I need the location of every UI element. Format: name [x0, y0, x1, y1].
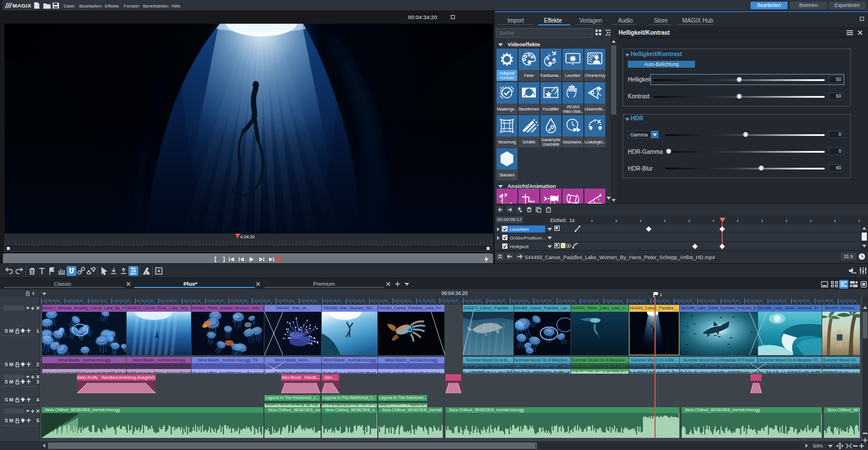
svg-text:00:01:40:00: 00:01:40:00: [512, 299, 528, 303]
svg-text:00:01:05:00: 00:01:05:00: [348, 299, 364, 303]
svg-text:00:00:10:00: 00:00:10:00: [90, 299, 106, 303]
svg-text:00:02:15:00: 00:02:15:00: [676, 299, 692, 303]
svg-text:00:00:50:00: 00:00:50:00: [278, 299, 294, 303]
svg-text:M: M: [9, 379, 13, 385]
svg-text:00:02:40:00: 00:02:40:00: [793, 299, 810, 303]
svg-text:S: S: [5, 328, 8, 334]
svg-text:00:00:45:00: 00:00:45:00: [254, 299, 270, 303]
svg-text:S: S: [5, 418, 8, 423]
svg-text:00:02:30:00: 00:02:30:00: [746, 299, 763, 303]
svg-text:00:02:50:00: 00:02:50:00: [840, 299, 856, 303]
svg-text:00:01:50:00: 00:01:50:00: [559, 299, 575, 303]
svg-text:00:01:55:00: 00:01:55:00: [582, 299, 598, 303]
svg-text:00:01:15:00: 00:01:15:00: [395, 299, 411, 303]
svg-text:00:00:35:00: 00:00:35:00: [207, 299, 223, 303]
svg-text:00:01:20:00: 00:01:20:00: [418, 299, 435, 303]
svg-text:00:00:40:00: 00:00:40:00: [231, 299, 247, 303]
svg-text:M: M: [9, 397, 13, 403]
svg-text:M: M: [9, 362, 13, 367]
svg-text:00:00:20:00: 00:00:20:00: [137, 299, 153, 303]
svg-text:00:01:45:00: 00:01:45:00: [535, 299, 551, 303]
svg-text:00:01:35:00: 00:01:35:00: [488, 299, 505, 303]
svg-text:00:02:05:00: 00:02:05:00: [629, 299, 645, 303]
svg-text:00:00:55:00: 00:00:55:00: [301, 299, 317, 303]
svg-text:S: S: [5, 397, 8, 403]
svg-text:00:02:45:00: 00:02:45:00: [816, 299, 833, 303]
svg-text:2: 2: [36, 362, 39, 367]
svg-text:00:01:10:00: 00:01:10:00: [372, 299, 388, 303]
svg-text:00:02:25:00: 00:02:25:00: [723, 299, 739, 303]
svg-text:00:01:30:00: 00:01:30:00: [465, 299, 481, 303]
svg-text:4:34:20: 4:34:20: [240, 234, 255, 239]
svg-text:00:02:35:00: 00:02:35:00: [770, 299, 786, 303]
svg-text:M: M: [9, 418, 13, 423]
svg-text:1: 1: [660, 292, 663, 297]
svg-text:00:00:25:00: 00:00:25:00: [160, 299, 176, 303]
svg-text:1: 1: [36, 328, 39, 334]
svg-text:S: S: [5, 362, 8, 367]
svg-text:00:00:30:00: 00:00:30:00: [184, 299, 200, 303]
svg-text:00:01:25:00: 00:01:25:00: [442, 299, 458, 303]
svg-text:00:00:15:00: 00:00:15:00: [113, 299, 130, 303]
svg-text:00:02:20:00: 00:02:20:00: [700, 299, 716, 303]
svg-text:00:00:05:00: 00:00:05:00: [67, 299, 83, 303]
svg-text:5: 5: [36, 418, 39, 423]
svg-text:3: 3: [36, 379, 39, 385]
svg-text:M: M: [9, 328, 13, 334]
svg-text:S: S: [5, 379, 8, 385]
svg-text:00:02:00:00: 00:02:00:00: [606, 299, 622, 303]
svg-text:00:00:00:00: 00:00:00:00: [43, 299, 60, 303]
svg-text:00:01:00:00: 00:01:00:00: [325, 299, 341, 303]
svg-text:MAGIX: MAGIX: [13, 2, 32, 9]
svg-text:4: 4: [36, 397, 39, 403]
